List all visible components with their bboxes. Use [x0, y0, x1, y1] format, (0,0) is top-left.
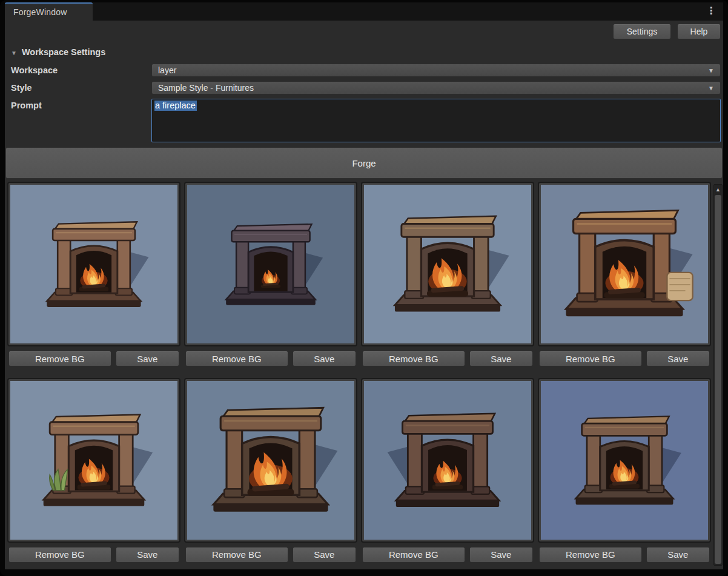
dropdown-arrow-icon: ▼ [708, 67, 714, 74]
scroll-up-icon[interactable]: ▲ [714, 185, 722, 194]
generated-image-4 [539, 183, 710, 345]
result-card-1: Remove BG Save [8, 183, 179, 371]
workspace-value: layer [158, 65, 176, 75]
dropdown-arrow-icon: ▼ [708, 85, 714, 91]
result-card-3: Remove BG Save [362, 183, 533, 371]
forge-button[interactable]: Forge [5, 147, 723, 179]
generated-image-7 [362, 379, 533, 541]
save-button[interactable]: Save [646, 351, 710, 366]
workspace-dropdown[interactable]: layer ▼ [151, 64, 721, 77]
result-card-8: Remove BG Save [539, 379, 710, 568]
tab-bar: ForgeWindow ⋮ [5, 2, 723, 21]
card-actions: Remove BG Save [539, 547, 710, 563]
save-button[interactable]: Save [116, 351, 179, 366]
result-card-6: Remove BG Save [185, 379, 356, 568]
prompt-label: Prompt [11, 99, 151, 112]
generated-image-2 [185, 183, 356, 345]
style-dropdown[interactable]: Sample Style - Furnitures ▼ [151, 81, 721, 94]
workspace-row: Workspace layer ▼ [11, 64, 722, 77]
result-card-2: Remove BG Save [185, 183, 356, 371]
prompt-row: Prompt a fireplace [11, 99, 722, 142]
save-button[interactable]: Save [469, 547, 533, 563]
save-button[interactable]: Save [293, 351, 356, 366]
card-actions: Remove BG Save [8, 547, 179, 563]
card-actions: Remove BG Save [362, 547, 533, 563]
save-button[interactable]: Save [469, 351, 533, 366]
settings-button[interactable]: Settings [613, 24, 671, 39]
help-button[interactable]: Help [677, 24, 721, 39]
scrollbar[interactable]: ▲ [713, 184, 723, 566]
card-actions: Remove BG Save [185, 351, 356, 366]
prompt-selected-text: a fireplace [154, 101, 197, 111]
tab-forgewindow[interactable]: ForgeWindow [5, 2, 93, 21]
generated-image-8 [539, 379, 710, 541]
results-grid: Remove BG Save Remove BG Save Remove BG … [8, 183, 710, 567]
generated-image-1 [8, 183, 179, 345]
card-actions: Remove BG Save [362, 351, 533, 366]
forge-window: ForgeWindow ⋮ Settings Help ▼ Workspace … [5, 2, 723, 569]
results-area: Remove BG Save Remove BG Save Remove BG … [5, 183, 723, 567]
tab-title: ForgeWindow [13, 7, 67, 17]
result-card-4: Remove BG Save [539, 183, 710, 371]
style-value: Sample Style - Furnitures [158, 83, 254, 93]
result-card-5: Remove BG Save [8, 379, 179, 568]
remove-bg-button[interactable]: Remove BG [185, 351, 288, 366]
generated-image-3 [362, 183, 533, 345]
card-actions: Remove BG Save [539, 351, 710, 366]
foldout-label: Workspace Settings [22, 47, 105, 57]
save-button[interactable]: Save [646, 547, 710, 563]
generated-image-6 [185, 379, 356, 541]
workspace-label: Workspace [11, 64, 151, 77]
prompt-input[interactable]: a fireplace [151, 99, 721, 142]
workspace-settings-foldout[interactable]: ▼ Workspace Settings [11, 45, 722, 59]
window-menu-icon[interactable]: ⋮ [706, 5, 716, 17]
style-label: Style [11, 81, 151, 94]
remove-bg-button[interactable]: Remove BG [8, 547, 111, 563]
generated-image-5 [8, 379, 179, 541]
scrollbar-thumb[interactable] [715, 195, 721, 564]
remove-bg-button[interactable]: Remove BG [8, 351, 111, 366]
save-button[interactable]: Save [116, 547, 179, 563]
remove-bg-button[interactable]: Remove BG [539, 351, 642, 366]
remove-bg-button[interactable]: Remove BG [362, 351, 465, 366]
toolbar: Settings Help [5, 21, 723, 42]
remove-bg-button[interactable]: Remove BG [539, 547, 642, 563]
remove-bg-button[interactable]: Remove BG [185, 547, 288, 563]
card-actions: Remove BG Save [185, 547, 356, 563]
save-button[interactable]: Save [293, 547, 356, 563]
style-row: Style Sample Style - Furnitures ▼ [11, 81, 722, 94]
foldout-arrow-icon: ▼ [11, 49, 17, 56]
editor-window-frame: ForgeWindow ⋮ Settings Help ▼ Workspace … [0, 0, 728, 576]
result-card-7: Remove BG Save [362, 379, 533, 568]
workspace-settings-panel: ▼ Workspace Settings Workspace layer ▼ S… [5, 42, 723, 142]
remove-bg-button[interactable]: Remove BG [362, 547, 465, 563]
card-actions: Remove BG Save [8, 351, 179, 366]
